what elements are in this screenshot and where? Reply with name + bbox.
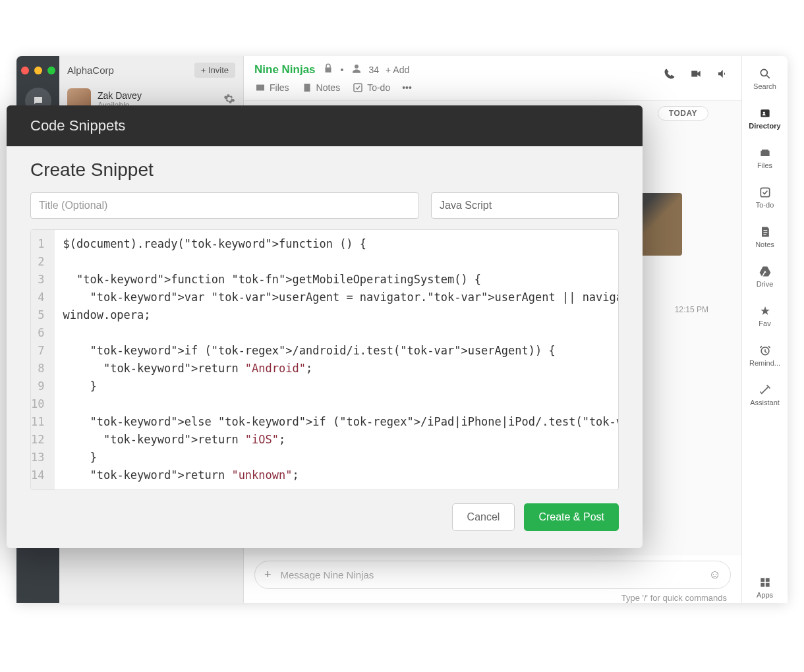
- note-icon: [301, 82, 313, 94]
- rail-apps[interactable]: Apps: [742, 571, 788, 603]
- close-window-icon[interactable]: [21, 67, 29, 74]
- svg-rect-1: [354, 84, 362, 92]
- today-divider: TODAY: [658, 106, 708, 121]
- code-content[interactable]: $(document).ready("tok-keyword">function…: [55, 230, 619, 490]
- svg-point-4: [762, 112, 764, 114]
- video-icon[interactable]: [690, 68, 702, 82]
- tab-files[interactable]: Files: [254, 82, 289, 94]
- emoji-icon[interactable]: ☺: [709, 568, 721, 582]
- svg-rect-5: [761, 188, 769, 196]
- svg-rect-9: [761, 583, 764, 587]
- clock-icon: [758, 343, 772, 358]
- channel-header: Nine Ninjas • 34 + Add Files Notes: [244, 56, 741, 101]
- channel-name[interactable]: Nine Ninjas: [254, 63, 316, 76]
- code-editor[interactable]: 1234567891011121314 $(document).ready("t…: [30, 229, 619, 490]
- tray-icon: [254, 82, 266, 94]
- rail-todo[interactable]: To-do: [742, 181, 788, 213]
- drive-icon: [758, 264, 772, 279]
- separator-dot: •: [341, 65, 344, 75]
- person-icon: [351, 63, 362, 76]
- code-snippet-modal: Code Snippets Create Snippet 12345678910…: [7, 105, 643, 548]
- lock-icon: [322, 63, 334, 76]
- minimize-window-icon[interactable]: [34, 67, 42, 74]
- tab-files-label: Files: [270, 82, 289, 93]
- snippet-title-input[interactable]: [30, 192, 419, 219]
- invite-button[interactable]: + Invite: [194, 63, 235, 78]
- apps-grid-icon: [758, 575, 772, 590]
- create-post-button[interactable]: Create & Post: [524, 503, 619, 531]
- modal-body: Create Snippet 1234567891011121314 $(doc…: [7, 146, 643, 548]
- sidebar-header: AlphaCorp + Invite: [59, 63, 243, 84]
- compose-bar[interactable]: + Message Nine Ninjas ☺: [254, 561, 731, 589]
- rail-files[interactable]: Files: [742, 142, 788, 173]
- svg-rect-3: [761, 109, 769, 117]
- rail-notes[interactable]: Notes: [742, 221, 788, 252]
- window-controls: [21, 61, 55, 88]
- compose-hint: Type '/' for quick commands: [244, 589, 741, 603]
- line-gutter: 1234567891011121314: [31, 230, 55, 490]
- maximize-window-icon[interactable]: [47, 67, 55, 74]
- message-timestamp: 12:15 PM: [675, 305, 708, 314]
- compose-input[interactable]: Message Nine Ninjas: [281, 569, 709, 580]
- svg-point-2: [761, 69, 767, 76]
- tab-notes[interactable]: Notes: [301, 82, 341, 94]
- files-icon: [758, 146, 772, 160]
- add-member-button[interactable]: + Add: [386, 65, 409, 75]
- rail-search[interactable]: Search: [742, 63, 788, 94]
- rail-assistant[interactable]: Assistant: [742, 379, 788, 410]
- modal-inputs: [30, 192, 619, 219]
- rail-drive[interactable]: Drive: [742, 260, 788, 292]
- more-icon[interactable]: •••: [402, 82, 412, 94]
- snippet-language-input[interactable]: [431, 192, 619, 219]
- rail-directory[interactable]: Directory: [742, 102, 788, 134]
- org-name: AlphaCorp: [67, 65, 114, 76]
- speaker-icon[interactable]: [716, 68, 728, 82]
- tab-todo[interactable]: To-do: [352, 82, 390, 94]
- star-icon: ★: [758, 304, 772, 318]
- notes-icon: [758, 225, 772, 239]
- member-count: 34: [369, 65, 380, 75]
- plus-icon[interactable]: +: [264, 568, 272, 582]
- header-actions: [664, 68, 728, 82]
- modal-footer: Cancel Create & Post: [30, 503, 619, 531]
- svg-rect-8: [765, 578, 769, 582]
- tab-notes-label: Notes: [316, 82, 341, 93]
- channel-tabs: Files Notes To-do •••: [254, 82, 731, 94]
- svg-rect-10: [765, 583, 769, 587]
- rail-remind[interactable]: Remind...: [742, 339, 788, 371]
- search-icon: [758, 67, 772, 81]
- tab-todo-label: To-do: [367, 82, 390, 93]
- user-name: Zak Davey: [98, 90, 142, 101]
- todo-icon: [758, 185, 772, 200]
- modal-subtitle: Create Snippet: [30, 159, 619, 181]
- phone-icon[interactable]: [664, 68, 675, 82]
- rail-fav[interactable]: ★ Fav: [742, 300, 788, 331]
- cancel-button[interactable]: Cancel: [452, 503, 515, 531]
- svg-rect-7: [761, 578, 764, 582]
- right-rail: Search Directory Files To-do Notes Drive…: [741, 56, 788, 603]
- directory-icon: [758, 106, 772, 121]
- modal-header: Code Snippets: [7, 105, 643, 146]
- svg-point-0: [355, 65, 359, 69]
- check-square-icon: [352, 82, 364, 94]
- wand-icon: [758, 383, 772, 397]
